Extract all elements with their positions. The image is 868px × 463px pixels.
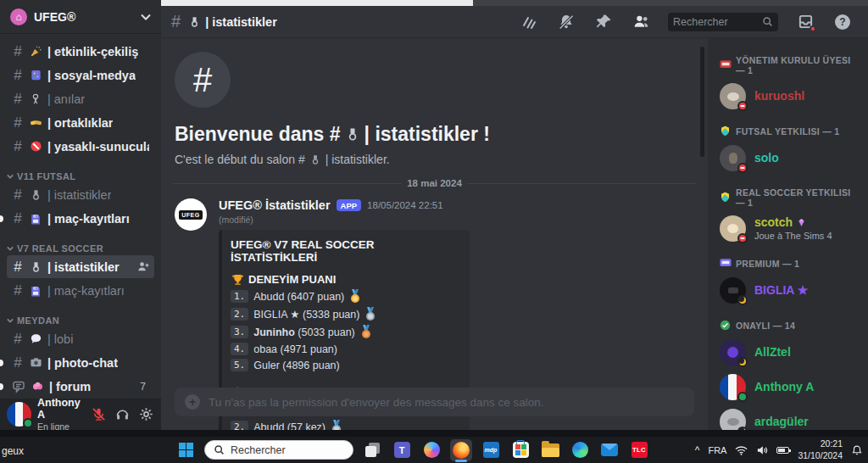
channel-label: | sosyal-medya — [47, 69, 136, 82]
channel-label: | anılar — [47, 92, 85, 106]
sidebar-channel-v11-istatistikler[interactable]: # | istatistikler — [7, 183, 154, 206]
member-row[interactable]: scotch Joue à The Sims 4 — [720, 213, 861, 244]
battery-icon[interactable] — [776, 447, 789, 454]
hash-icon: # — [12, 355, 24, 370]
edge-icon — [572, 442, 588, 458]
firefox-app-button[interactable] — [450, 439, 472, 461]
avatar — [720, 277, 746, 304]
welcome-title: Bienvenue dans # | istatistikler ! — [175, 123, 694, 146]
sidebar-channel-ortakliklar[interactable]: # | ortaklıklar — [7, 111, 154, 134]
server-header[interactable]: ⌂ UFEG® — [0, 0, 161, 34]
sidebar-channel-photo-chat[interactable]: # | photo-chat — [7, 351, 154, 374]
avatar — [720, 374, 746, 400]
threads-icon[interactable] — [520, 13, 538, 31]
pin-icon[interactable] — [594, 13, 613, 31]
sidebar-channel-etkinlik-cekilis[interactable]: # | etkinlik-çekiliş — [7, 40, 154, 63]
member-row[interactable]: solo — [720, 142, 861, 174]
search-input[interactable] — [673, 16, 762, 28]
member-row[interactable]: BIGLIA ★ — [720, 275, 861, 306]
trophy-icon — [231, 272, 244, 286]
copilot-app-button[interactable] — [420, 439, 442, 461]
edge-app-button[interactable] — [569, 439, 591, 461]
app-grid-icon — [29, 69, 42, 82]
copilot-icon — [424, 442, 440, 458]
sidebar-channel-lobi[interactable]: # | lobi — [7, 327, 154, 350]
notifications-muted-bell-icon[interactable] — [557, 13, 576, 31]
clock-date: 31/10/2024 — [798, 450, 843, 461]
hash-icon: # — [12, 139, 24, 153]
avatar[interactable] — [7, 402, 31, 427]
check-circle-icon — [720, 320, 732, 332]
leaderboard-item: 1. Abudd (6407 puan) — [231, 289, 459, 304]
microsoft-store-icon — [513, 442, 529, 458]
sidebar-channel-v7-istatistikler[interactable]: # | istatistikler — [7, 255, 154, 278]
header-search-box[interactable] — [668, 13, 778, 31]
teams-app-button[interactable]: T — [391, 439, 413, 461]
start-button[interactable] — [175, 439, 197, 461]
sidebar-channel-yasakli-sunucular[interactable]: # | yasaklı-sunucular — [7, 135, 154, 158]
sidebar-channel-sosyal-medya[interactable]: # | sosyal-medya — [7, 64, 154, 86]
member-row[interactable]: AllZtel — [720, 337, 861, 368]
tlc-app-button[interactable]: TLC — [628, 439, 650, 461]
member-list-icon[interactable] — [632, 13, 650, 31]
message-author[interactable]: UFEG® İstatistikler — [219, 198, 331, 212]
channel-label: | forum — [49, 380, 91, 393]
file-explorer-button[interactable] — [539, 439, 561, 461]
category-meydan[interactable]: MEYDAN — [7, 315, 154, 326]
mail-app-button[interactable] — [598, 439, 620, 461]
avatar — [720, 145, 746, 171]
microphone-muted-icon[interactable] — [90, 406, 107, 423]
background-window-strip — [161, 0, 473, 6]
store-app-button[interactable] — [509, 439, 531, 461]
headphones-icon[interactable] — [114, 406, 131, 423]
sidebar-channel-anilar[interactable]: # | anılar — [7, 87, 154, 110]
role-header: REAL SOCCER YETKILISI — 1 — [720, 187, 861, 208]
help-icon[interactable]: ? — [833, 13, 852, 31]
sidebar-channel-forum[interactable]: | forum 7 — [7, 375, 154, 398]
leaderboard-item: 4. obaa (4971 puan) — [231, 343, 459, 355]
mdp-icon: mdp — [483, 442, 499, 458]
idle-status-dot — [737, 295, 748, 305]
app-badge: APP — [337, 199, 362, 211]
notification-bell-icon[interactable] — [851, 444, 863, 456]
windows-taskbar: geux T mdp — [0, 437, 868, 463]
bot-avatar[interactable]: UFEG — [175, 198, 207, 231]
category-v11-futsal[interactable]: V11 FUTSAL — [7, 171, 154, 181]
member-name: ardagüler — [754, 415, 809, 429]
volume-icon[interactable] — [756, 445, 768, 455]
wifi-icon[interactable] — [735, 445, 748, 455]
hash-icon: # — [12, 44, 24, 59]
taskbar-search[interactable] — [204, 440, 353, 460]
gear-icon[interactable] — [137, 406, 154, 423]
hash-icon: # — [12, 187, 24, 202]
unread-indicator — [0, 383, 3, 390]
chevron-down-icon — [141, 14, 151, 20]
user-panel: Anthony A En ligne — [0, 399, 161, 430]
tray-chevron-icon[interactable]: ^ — [695, 444, 700, 456]
task-view-button[interactable] — [361, 439, 383, 461]
category-v7-real-soccer[interactable]: V7 REAL SOCCER — [7, 243, 154, 254]
sidebar-channel-v11-mac-kayitlari[interactable]: # | maç-kayıtları — [7, 207, 154, 230]
taskbar-clock[interactable]: 20:21 31/10/2024 — [798, 438, 843, 460]
member-row[interactable]: ardagüler — [720, 406, 861, 430]
camera-icon — [29, 356, 42, 370]
inbox-icon[interactable] — [796, 13, 815, 31]
user-info[interactable]: Anthony A En ligne — [37, 397, 84, 430]
hash-icon: # — [12, 68, 24, 82]
member-row[interactable]: kuruoshl — [720, 81, 861, 112]
notification-dot — [810, 25, 816, 32]
person-plus-icon[interactable] — [136, 260, 149, 273]
taskbar-search-input[interactable] — [231, 444, 332, 456]
sidebar-channel-v7-mac-kayitlari[interactable]: # | maç-kayıtları — [7, 279, 154, 302]
medal-icon — [346, 128, 359, 142]
language-indicator[interactable]: FRA — [708, 445, 726, 455]
channel-count-badge: 7 — [140, 381, 149, 393]
chat-scrollbar[interactable] — [700, 47, 704, 157]
member-row[interactable]: Anthony A — [720, 371, 861, 403]
edited-label: (modifié) — [219, 215, 470, 225]
weather-widget-text[interactable]: geux — [2, 445, 24, 457]
discord-window: ⌂ UFEG® # | etkinlik-çekiliş # | sosyal-… — [0, 0, 868, 463]
mdp-app-button[interactable]: mdp — [480, 439, 502, 461]
role-header: PREMIUM — 1 — [720, 258, 861, 270]
medal-icon — [29, 260, 42, 274]
